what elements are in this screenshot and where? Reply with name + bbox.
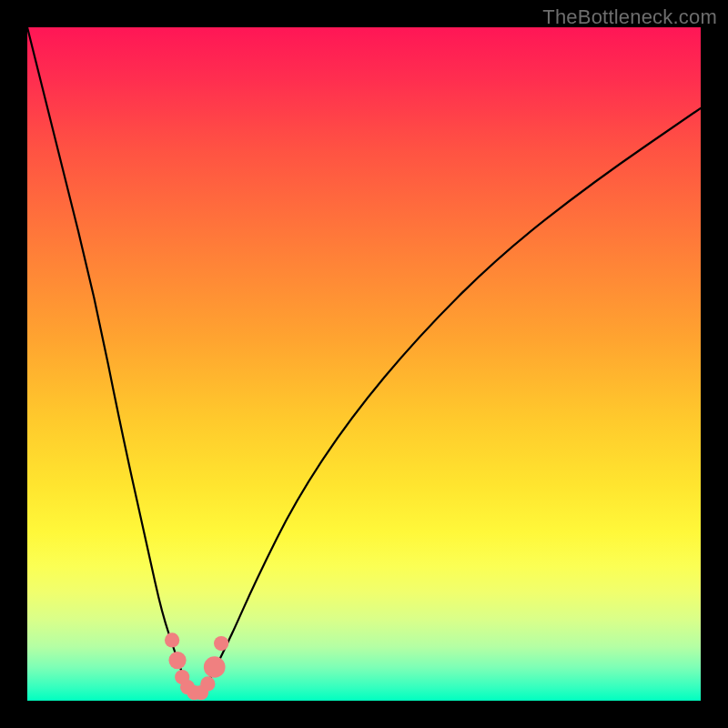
plot-area: [27, 27, 701, 701]
marker-dot: [165, 632, 179, 647]
marker-dot: [168, 652, 186, 669]
marker-dot: [204, 656, 226, 678]
marker-layer: [27, 27, 701, 701]
marker-dot: [200, 676, 215, 691]
watermark-text: TheBottleneck.com: [542, 5, 717, 29]
chart-frame: TheBottleneck.com: [0, 0, 728, 728]
marker-dot: [214, 636, 228, 651]
